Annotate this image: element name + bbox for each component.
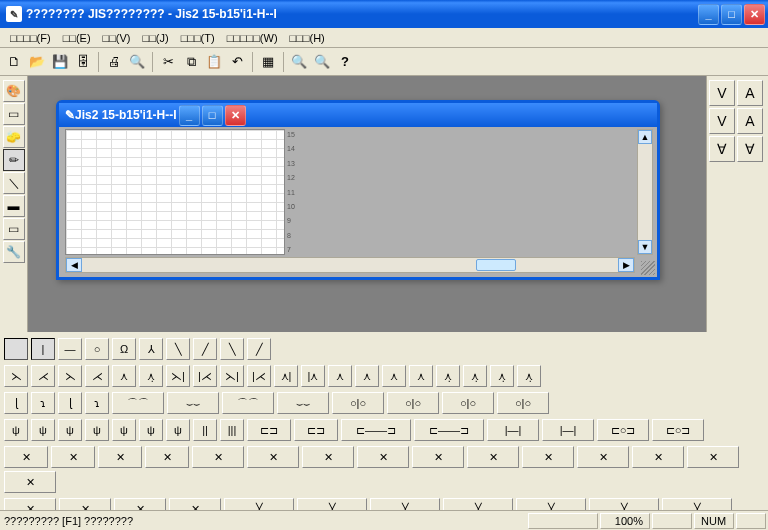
stitch-x5[interactable]: ✕ xyxy=(192,446,244,468)
child-titlebar[interactable]: ✎ Jis2 15-b15'i1-H--I _ □ ✕ xyxy=(59,103,657,127)
stitch-circle[interactable]: ○ xyxy=(85,338,109,360)
stitch-x15[interactable]: ✕ xyxy=(4,471,56,493)
stitch-tree6[interactable]: |⋌ xyxy=(247,365,271,387)
child-maximize-button[interactable]: □ xyxy=(202,105,223,126)
stitch-oo3[interactable]: ○|○ xyxy=(442,392,494,414)
stitch-slash[interactable]: ╲ xyxy=(166,338,190,360)
stitch-star4[interactable]: ⋏ xyxy=(409,365,433,387)
stitch-hook-r[interactable]: ɿ xyxy=(31,392,55,414)
stitch-long1[interactable]: ⊏——⊐ xyxy=(341,419,411,441)
resize-grip[interactable] xyxy=(641,261,655,275)
stitch-tree7[interactable]: ⋏| xyxy=(274,365,298,387)
stitch-bridge2[interactable]: ⌣⌣ xyxy=(167,392,219,414)
menu-window[interactable]: □□□□□(W) xyxy=(221,30,284,46)
stitch-star3[interactable]: ⋏ xyxy=(382,365,406,387)
menu-j[interactable]: □□(J) xyxy=(137,30,175,46)
tool-fillrect[interactable]: ▬ xyxy=(3,195,25,217)
r-tool-5[interactable]: ∀ xyxy=(709,136,735,162)
hscroll-thumb[interactable] xyxy=(476,259,516,271)
stitch-x2[interactable]: ✕ xyxy=(51,446,95,468)
grid-button[interactable]: ▦ xyxy=(257,51,279,73)
stitch-tree2[interactable]: ⋏̣ xyxy=(139,365,163,387)
stitch-x3[interactable]: ✕ xyxy=(98,446,142,468)
stitch-x1[interactable]: ✕ xyxy=(4,446,48,468)
stitch-tree4[interactable]: |⋌ xyxy=(193,365,217,387)
r-tool-6[interactable]: ∀ xyxy=(737,136,763,162)
menu-file[interactable]: □□□□(F) xyxy=(4,30,57,46)
stitch-x4[interactable]: ✕ xyxy=(145,446,189,468)
stitch-x8[interactable]: ✕ xyxy=(357,446,409,468)
cut-button[interactable]: ✂ xyxy=(157,51,179,73)
paste-button[interactable]: 📋 xyxy=(203,51,225,73)
stitch-bridge4[interactable]: ⌣⌣ xyxy=(277,392,329,414)
saveall-button[interactable]: 🗄 xyxy=(72,51,94,73)
stitch-hook-r2[interactable]: ɿ xyxy=(85,392,109,414)
stitch-bars2[interactable]: ||| xyxy=(220,419,244,441)
stitch-inc-r[interactable]: ⋌ xyxy=(85,365,109,387)
tool-color[interactable]: 🎨 xyxy=(3,80,25,102)
r-tool-3[interactable]: V xyxy=(709,108,735,134)
stitch-person[interactable]: ⅄ xyxy=(139,338,163,360)
stitch-x13[interactable]: ✕ xyxy=(632,446,684,468)
tool-pencil[interactable]: ✏ xyxy=(3,149,25,171)
stitch-oo1[interactable]: ○|○ xyxy=(332,392,384,414)
stitch-dash3[interactable]: ⊏○⊐ xyxy=(597,419,649,441)
stitch-fork2[interactable]: ψ xyxy=(31,419,55,441)
copy-button[interactable]: ⧉ xyxy=(180,51,202,73)
menu-edit[interactable]: □□(E) xyxy=(57,30,97,46)
stitch-q[interactable]: Ω xyxy=(112,338,136,360)
child-minimize-button[interactable]: _ xyxy=(179,105,200,126)
menu-view[interactable]: □□(V) xyxy=(97,30,137,46)
stitch-blank[interactable] xyxy=(4,338,28,360)
edit-grid[interactable] xyxy=(65,129,285,255)
stitch-inc-l[interactable]: ⋋ xyxy=(58,365,82,387)
stitch-hook-l2[interactable]: ɭ xyxy=(58,392,82,414)
stitch-x6[interactable]: ✕ xyxy=(247,446,299,468)
tool-erase[interactable]: 🧽 xyxy=(3,126,25,148)
stitch-oo4[interactable]: ○|○ xyxy=(497,392,549,414)
menu-help[interactable]: □□□(H) xyxy=(284,30,331,46)
stitch-box1[interactable]: ⊏⊐ xyxy=(247,419,291,441)
stitch-star7[interactable]: ⋏̣ xyxy=(490,365,514,387)
open-button[interactable]: 📂 xyxy=(26,51,48,73)
stitch-box2[interactable]: ⊏⊐ xyxy=(294,419,338,441)
stitch-dec-r[interactable]: ⋌ xyxy=(31,365,55,387)
save-button[interactable]: 💾 xyxy=(49,51,71,73)
stitch-fork7[interactable]: ψ xyxy=(166,419,190,441)
menu-tools[interactable]: □□□(T) xyxy=(175,30,221,46)
close-button[interactable]: ✕ xyxy=(744,4,765,25)
tool-line[interactable]: ＼ xyxy=(3,172,25,194)
child-vscroll[interactable]: ▲ ▼ xyxy=(637,129,653,255)
stitch-slash2[interactable]: ╲ xyxy=(220,338,244,360)
stitch-star2[interactable]: ⋏ xyxy=(355,365,379,387)
tool-wrench[interactable]: 🔧 xyxy=(3,241,25,263)
stitch-tree8[interactable]: |⋏ xyxy=(301,365,325,387)
stitch-dec-l[interactable]: ⋋ xyxy=(4,365,28,387)
stitch-x12[interactable]: ✕ xyxy=(577,446,629,468)
scroll-down-icon[interactable]: ▼ xyxy=(638,240,652,254)
zoomin-button[interactable]: 🔍 xyxy=(288,51,310,73)
stitch-fork3[interactable]: ψ xyxy=(58,419,82,441)
stitch-dash4[interactable]: ⊏○⊐ xyxy=(652,419,704,441)
stitch-x7[interactable]: ✕ xyxy=(302,446,354,468)
child-hscroll[interactable]: ◀ ▶ xyxy=(65,257,635,273)
stitch-horz[interactable]: — xyxy=(58,338,82,360)
scroll-right-icon[interactable]: ▶ xyxy=(618,258,634,272)
stitch-fork4[interactable]: ψ xyxy=(85,419,109,441)
stitch-star8[interactable]: ⋏̣ xyxy=(517,365,541,387)
r-tool-2[interactable]: A xyxy=(737,80,763,106)
stitch-tree5[interactable]: ⋋| xyxy=(220,365,244,387)
zoomout-button[interactable]: 🔍 xyxy=(311,51,333,73)
preview-button[interactable]: 🔍 xyxy=(126,51,148,73)
tool-rect[interactable]: ▭ xyxy=(3,218,25,240)
stitch-dash2[interactable]: |—| xyxy=(542,419,594,441)
tool-select[interactable]: ▭ xyxy=(3,103,25,125)
stitch-bslash[interactable]: ╱ xyxy=(193,338,217,360)
stitch-bridge1[interactable]: ⌒⌒ xyxy=(112,392,164,414)
stitch-x9[interactable]: ✕ xyxy=(412,446,464,468)
stitch-long2[interactable]: ⊏——⊐ xyxy=(414,419,484,441)
stitch-bridge3[interactable]: ⌒⌒ xyxy=(222,392,274,414)
r-tool-4[interactable]: A xyxy=(737,108,763,134)
stitch-x14[interactable]: ✕ xyxy=(687,446,739,468)
stitch-star1[interactable]: ⋏ xyxy=(328,365,352,387)
